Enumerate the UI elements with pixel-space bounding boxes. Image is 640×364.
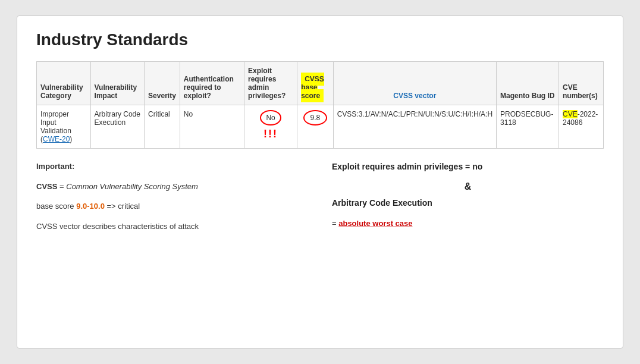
col-header-cvss-score: CVSS base score bbox=[297, 62, 333, 105]
table-row: Improper Input Validation (CWE-20) Arbit… bbox=[37, 105, 604, 149]
note-arb-code: Arbitrary Code Execution bbox=[332, 197, 604, 209]
cell-cve: CVE-2022-24086 bbox=[559, 105, 603, 149]
note-ampersand: & bbox=[332, 181, 604, 192]
notes-left: Important: CVSS = Common Vulnerability S… bbox=[36, 161, 320, 240]
note-cvss-def: CVSS = Common Vulnerability Scoring Syst… bbox=[36, 181, 308, 193]
score-range: 9.0-10.0 bbox=[76, 202, 105, 211]
note-important: Important: bbox=[36, 161, 308, 172]
page-title: Industry Standards bbox=[36, 30, 604, 49]
col-header-exploit: Exploit requires admin privileges? bbox=[244, 62, 297, 105]
exclamation-marks: !!! bbox=[248, 128, 293, 140]
col-header-cve: CVE number(s) bbox=[559, 62, 603, 105]
col-header-auth: Authentication required to exploit? bbox=[180, 62, 244, 105]
cvss-vector-header-link[interactable]: CVSS vector bbox=[393, 92, 436, 100]
col-header-magento-bug: Magento Bug ID bbox=[497, 62, 559, 105]
notes-right: Exploit requires admin privileges = no &… bbox=[320, 161, 604, 240]
cell-cvss-vector: CVSS:3.1/AV:N/AC:L/PR:N/UI:N/S:U/C:H/I:H… bbox=[333, 105, 496, 149]
note-cvss-vector: CVSS vector describes characteristics of… bbox=[36, 221, 308, 233]
main-card: Industry Standards Vulnerability Categor… bbox=[17, 15, 623, 349]
worst-case-link[interactable]: absolute worst case bbox=[338, 219, 412, 228]
cell-vuln-impact: Arbitrary Code Execution bbox=[90, 105, 145, 149]
note-base-score: base score 9.0-10.0 => critical bbox=[36, 200, 308, 212]
notes-section: Important: CVSS = Common Vulnerability S… bbox=[36, 161, 604, 240]
cve-highlight: CVE bbox=[563, 110, 578, 118]
cell-magento-bug: PRODSECBUG-3118 bbox=[497, 105, 559, 149]
col-header-severity: Severity bbox=[145, 62, 180, 105]
cell-vuln-category: Improper Input Validation (CWE-20) bbox=[37, 105, 91, 149]
cwe-link[interactable]: CWE-20 bbox=[43, 135, 70, 143]
cell-cvss-score: 9.8 bbox=[297, 105, 333, 149]
circled-no: No bbox=[260, 110, 281, 125]
col-header-cvss-vector: CVSS vector bbox=[333, 62, 496, 105]
standards-table: Vulnerability Category Vulnerability Imp… bbox=[36, 61, 604, 149]
col-header-vuln-category: Vulnerability Category bbox=[37, 62, 91, 105]
cell-exploit-admin: No !!! bbox=[244, 105, 297, 149]
circled-score: 9.8 bbox=[303, 110, 328, 125]
cell-auth: No bbox=[180, 105, 244, 149]
col-header-vuln-impact: Vulnerability Impact bbox=[90, 62, 145, 105]
note-worst-case: = absolute worst case bbox=[332, 218, 604, 230]
cell-severity: Critical bbox=[145, 105, 180, 149]
note-exploit-admin: Exploit requires admin privileges = no bbox=[332, 161, 604, 173]
